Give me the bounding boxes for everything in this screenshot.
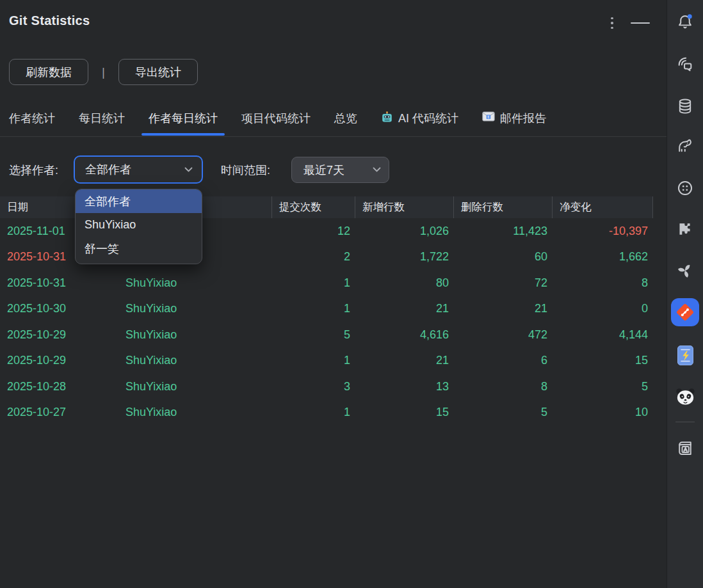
dropdown-option-shuyixiao-cn[interactable]: 舒一笑: [76, 237, 202, 260]
kebab-menu-icon[interactable]: [606, 15, 618, 31]
tabs-divider: [0, 136, 667, 137]
table-row[interactable]: 2025-10-31 ShuYixiao 1 80 72 8: [0, 270, 653, 296]
table-row[interactable]: 2025-10-29 ShuYixiao 5 4,616 472 4,144: [0, 322, 653, 348]
sidebar-divider: [675, 422, 695, 422]
dropdown-option-all-authors[interactable]: 全部作者: [76, 189, 202, 213]
tab-bar: 作者统计 每日统计 作者每日统计 项目代码统计 总览 AI 代码统计: [9, 109, 546, 137]
panda-icon[interactable]: [672, 384, 698, 409]
table-row[interactable]: 2025-10-27 ShuYixiao 1 15 5 10: [0, 400, 653, 426]
git-statistics-icon[interactable]: [671, 298, 699, 326]
author-select-value: 全部作者: [85, 162, 184, 177]
table-row[interactable]: 2025-10-30 ShuYixiao 1 21 21 0: [0, 296, 653, 322]
col-header-deleted[interactable]: 删除行数: [454, 196, 553, 218]
refresh-data-button[interactable]: 刷新数据: [9, 59, 88, 85]
tab-author-daily-stats[interactable]: 作者每日统计: [149, 109, 218, 137]
col-header-added[interactable]: 新增行数: [355, 196, 454, 218]
circle-dots-icon[interactable]: [672, 175, 698, 201]
col-header-net[interactable]: 净变化: [553, 196, 653, 218]
table-row[interactable]: 2025-10-29 ShuYixiao 1 21 6 15: [0, 348, 653, 374]
time-range-select[interactable]: 最近7天: [291, 157, 389, 183]
col-header-commits[interactable]: 提交次数: [272, 196, 355, 218]
zap-document-icon[interactable]: [672, 342, 698, 368]
author-filter-label: 选择作者:: [9, 163, 58, 178]
tab-daily-stats[interactable]: 每日统计: [79, 109, 125, 137]
translation-book-icon[interactable]: [672, 435, 698, 461]
page-title: Git Statistics: [9, 13, 90, 28]
tab-email-report[interactable]: 邮件报告: [482, 109, 546, 137]
author-select[interactable]: 全部作者: [74, 155, 203, 184]
filter-row: 选择作者: 全部作者 时间范围: 最近7天: [0, 155, 667, 185]
tool-window-sidebar: [667, 0, 703, 588]
chevron-down-icon: [184, 167, 193, 173]
toolbar-separator: |: [102, 65, 105, 79]
table-row[interactable]: 2025-10-28 ShuYixiao 3 13 8 5: [0, 374, 653, 400]
pinwheel-icon[interactable]: [672, 258, 698, 283]
robot-icon: [381, 111, 393, 123]
tab-overview[interactable]: 总览: [334, 109, 357, 137]
minimize-icon[interactable]: [629, 15, 652, 31]
ai-chat-radar-icon[interactable]: [672, 51, 698, 77]
tab-ai-code-stats[interactable]: AI 代码统计: [381, 109, 458, 137]
database-icon[interactable]: [672, 93, 698, 119]
notifications-bell-icon[interactable]: [672, 9, 698, 35]
time-range-value: 最近7天: [303, 163, 373, 178]
email-icon: [482, 111, 495, 122]
gradle-elephant-icon[interactable]: [672, 133, 698, 159]
export-stats-button[interactable]: 导出统计: [118, 59, 198, 85]
toolbar: 刷新数据 | 导出统计: [9, 59, 198, 85]
author-dropdown-popup: 全部作者 ShuYixiao 舒一笑: [75, 189, 202, 264]
tab-project-code-stats[interactable]: 项目代码统计: [241, 109, 311, 137]
tab-author-stats[interactable]: 作者统计: [9, 109, 55, 137]
dropdown-option-shuyixiao[interactable]: ShuYixiao: [76, 213, 202, 237]
time-range-label: 时间范围:: [221, 163, 270, 178]
puzzle-icon[interactable]: [672, 216, 698, 242]
git-statistics-tool-window: Git Statistics 刷新数据 | 导出统计 作者统计 每日统计 作者每…: [0, 0, 703, 588]
chevron-down-icon: [373, 167, 381, 173]
